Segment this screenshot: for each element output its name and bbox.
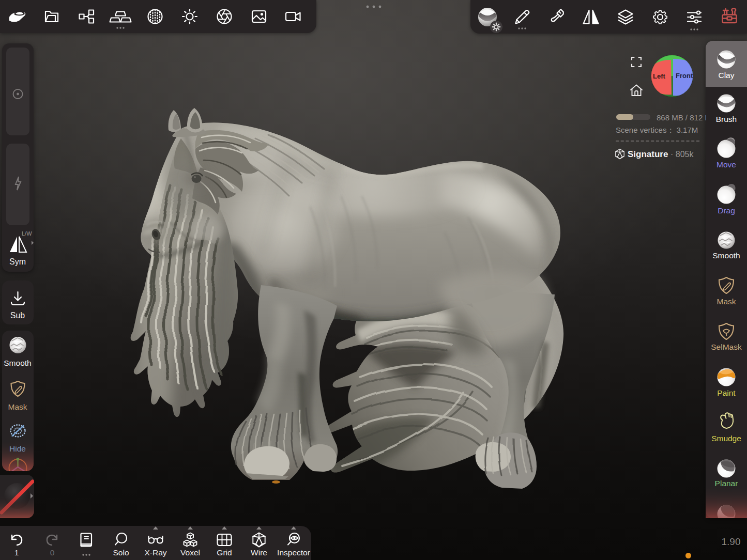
svg-text:L/W: L/W bbox=[22, 230, 32, 237]
svg-text:0: 0 bbox=[50, 548, 55, 557]
svg-text:Front: Front bbox=[676, 72, 693, 80]
svg-text:Drag: Drag bbox=[718, 206, 735, 215]
svg-text:1: 1 bbox=[14, 548, 19, 557]
svg-text:Voxel: Voxel bbox=[180, 548, 200, 557]
svg-text:Clay: Clay bbox=[718, 71, 734, 80]
svg-text:Left: Left bbox=[653, 72, 666, 80]
svg-text:Grid: Grid bbox=[217, 548, 232, 557]
svg-text:Smooth: Smooth bbox=[712, 251, 740, 260]
svg-text:· 805k: · 805k bbox=[670, 150, 694, 159]
svg-text:Wire: Wire bbox=[251, 548, 267, 557]
svg-text:Inspector: Inspector bbox=[277, 548, 310, 557]
svg-text:Paint: Paint bbox=[717, 388, 736, 397]
svg-text:Move: Move bbox=[716, 160, 736, 169]
svg-text:Signature: Signature bbox=[628, 149, 668, 159]
svg-text:SelMask: SelMask bbox=[711, 343, 742, 351]
svg-text:Solo: Solo bbox=[113, 548, 129, 557]
svg-text:Mask: Mask bbox=[716, 297, 736, 306]
svg-text:X-Ray: X-Ray bbox=[144, 548, 166, 557]
svg-text:Smooth: Smooth bbox=[4, 359, 31, 367]
svg-text:Smudge: Smudge bbox=[711, 434, 741, 443]
svg-text:Sym: Sym bbox=[9, 257, 26, 266]
svg-text:Brush: Brush bbox=[716, 115, 737, 123]
svg-text:Mask: Mask bbox=[8, 402, 27, 411]
svg-text:Sub: Sub bbox=[10, 311, 25, 320]
